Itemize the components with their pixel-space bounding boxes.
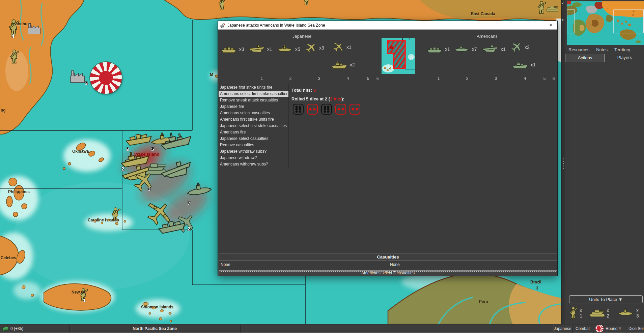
place-unit-submarine: x 3 [616, 308, 644, 319]
territory-label: Philippines [8, 189, 30, 194]
unit-count: x1 [445, 47, 450, 52]
unit-entry-submarine: x5 [277, 42, 300, 56]
submarine-icon [616, 308, 635, 318]
total-hits-value: 3 [313, 88, 316, 93]
carrier-icon [482, 44, 498, 54]
casualties-header: Casualties [219, 253, 557, 260]
defender-casualties-pane: None [388, 260, 557, 269]
battle-step[interactable]: Americans withdraw subs? [219, 161, 288, 168]
battle-step[interactable]: Japanese select casualties [219, 135, 288, 142]
tab-players[interactable]: Players [606, 54, 644, 62]
territory-label: Peru [479, 299, 488, 304]
tab-territory[interactable]: Territory [614, 47, 630, 52]
unit-entry-submarine: x7 [453, 42, 477, 56]
unit-count-label: 3 [126, 146, 129, 152]
unit-count-label: 7 [188, 200, 190, 206]
unit-count: x1 [501, 47, 506, 52]
unit-entry-fighter: x3 [305, 41, 324, 55]
infantry-icon [569, 305, 578, 321]
unit-count: x2 [350, 62, 355, 67]
territory-label: anchu [16, 22, 27, 26]
dice-scale-number: 4 [344, 76, 352, 81]
player-status: Japanese [554, 325, 571, 333]
battle-results-panel: Total hits: 3 Rolled 5 dice at 2 (3 hits… [289, 84, 557, 253]
transport-icon [221, 44, 237, 54]
territory-label: Caroline Islands [88, 218, 119, 222]
fighter-icon [302, 39, 319, 57]
unit-entry-transport: x1 [426, 42, 450, 56]
dialog-title: Japanese attacks Americans in Wake Islan… [227, 23, 325, 28]
battle-step[interactable]: Americans fire [219, 129, 288, 135]
submarine-icon [453, 44, 470, 54]
map-edge-strip: < > [561, 0, 565, 324]
collapse-left-icon[interactable]: < [562, 2, 565, 5]
tab-notes[interactable]: Notes [596, 47, 608, 52]
attacker-name: Japanese [292, 34, 311, 39]
battle-step[interactable]: Americans first strike units fire [219, 116, 288, 123]
dice-scale-number: 3 [492, 76, 500, 81]
territory-label: 3 [536, 286, 538, 291]
unit-count-label: 5 [151, 146, 154, 152]
divider-grip[interactable] [563, 157, 564, 170]
dice-scale-number: 3 [315, 76, 323, 81]
carrier-icon [249, 44, 265, 54]
japan-flag-icon [595, 325, 604, 333]
unit-count-label: 1 [83, 297, 86, 303]
unit-entry-transport: x3 [221, 42, 244, 56]
unit-count-label: 2 [188, 226, 190, 232]
battle-dialog: Japanese attacks Americans in Wake Islan… [218, 21, 558, 276]
submarine-icon [277, 44, 293, 54]
battle-step[interactable]: Americans select first strike casualties [219, 91, 288, 97]
die-2-hit [335, 104, 346, 115]
sidebar-tabs-top: ResourcesNotesTerritory [565, 47, 644, 52]
battle-step[interactable]: Japanese withdraw subs? [219, 148, 288, 155]
die-2-hit [349, 104, 360, 115]
close-icon[interactable]: ✕ [548, 23, 554, 28]
unit-count: x2 [525, 44, 530, 50]
units-to-place-button[interactable]: Units To Place ▼ [569, 295, 643, 303]
units-to-place-list: x 1x 2x 3 [567, 303, 644, 323]
status-bar: 0 (+35) North Pacific Sea Zone Japanese … [0, 324, 644, 333]
unit-count: x5 [295, 47, 300, 52]
battle-step[interactable]: Remove sneak attack casualties [219, 97, 288, 103]
minimap[interactable] [567, 1, 644, 45]
unit-count: x7 [472, 47, 477, 52]
battle-step[interactable]: Japanese fire [219, 103, 288, 110]
tab-actions[interactable]: Actions [565, 54, 605, 62]
territory-label: Okinawa [72, 149, 89, 154]
dice-scale-number: 5 [540, 76, 549, 81]
territory-label: Brazil [530, 280, 541, 284]
unit-count: x 2 [607, 308, 612, 319]
dice-server-status: Dice Server On [627, 325, 644, 333]
unit-count: x1 [267, 47, 272, 52]
battle-step[interactable]: Japanese withdraw? [219, 155, 288, 161]
dialog-titlebar[interactable]: Japanese attacks Americans in Wake Islan… [218, 21, 557, 30]
battle-step[interactable]: Japanese first strike units fire [219, 84, 288, 91]
territory-label: Celebes [1, 255, 16, 260]
unit-entry-carrier: x1 [249, 42, 272, 56]
collapse-right-icon[interactable]: > [562, 18, 565, 22]
unit-count: x3 [319, 45, 324, 51]
right-sidebar: ResourcesNotesTerritory ActionsPlayers U… [565, 0, 644, 324]
dice-scale-number: 6 [550, 76, 558, 81]
unit-entry-battleship: x2 [331, 58, 355, 71]
unit-entry-fighter: x2 [510, 40, 530, 54]
money-icon [2, 326, 9, 331]
battle-step[interactable]: Remove casualties [219, 142, 288, 148]
dice-scale-number: 1 [258, 76, 266, 81]
die-6 [321, 104, 332, 115]
territory-label: Wake Island [134, 152, 160, 157]
select-casualties-button[interactable]: Americans select 3 casualties [219, 270, 557, 276]
unit-count-label: 2 [121, 166, 124, 172]
battle-icon [220, 23, 225, 28]
place-unit-tank: x 2 [589, 308, 614, 319]
tab-resources[interactable]: Resources [568, 47, 589, 52]
territory-label: Solomon Islands [141, 305, 173, 309]
phase-status: Combat [572, 325, 593, 333]
battleship-icon [331, 60, 347, 70]
battle-step[interactable]: Japanese select first strike casualties [219, 123, 288, 129]
battle-step[interactable]: Americans select casualties [219, 110, 288, 116]
dice-scale-number: 5 [364, 76, 372, 81]
die-2-hit [307, 104, 318, 115]
fighter-icon [508, 39, 525, 56]
